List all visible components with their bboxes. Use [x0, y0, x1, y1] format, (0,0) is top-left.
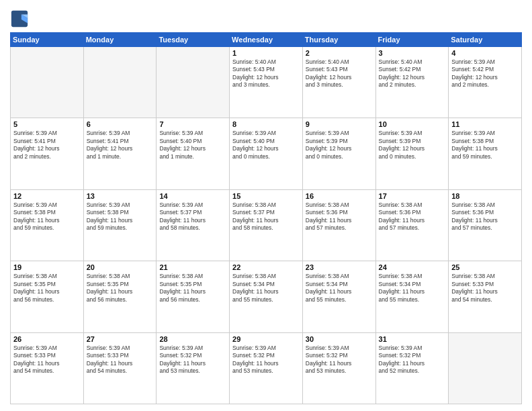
cell-info: Sunrise: 5:39 AMSunset: 5:42 PMDaylight:… — [451, 58, 519, 89]
cell-info: Sunrise: 5:39 AMSunset: 5:38 PMDaylight:… — [451, 130, 519, 161]
calendar-cell — [449, 332, 522, 404]
day-header-saturday: Saturday — [449, 33, 522, 47]
calendar-cell: 9Sunrise: 5:39 AMSunset: 5:39 PMDaylight… — [302, 118, 375, 189]
calendar-cell: 31Sunrise: 5:39 AMSunset: 5:32 PMDayligh… — [375, 332, 449, 404]
day-number: 17 — [379, 192, 446, 200]
day-number: 30 — [306, 335, 373, 343]
calendar-cell: 7Sunrise: 5:39 AMSunset: 5:40 PMDaylight… — [157, 118, 230, 189]
calendar-week-5: 26Sunrise: 5:39 AMSunset: 5:33 PMDayligh… — [11, 332, 522, 404]
calendar-cell: 20Sunrise: 5:38 AMSunset: 5:35 PMDayligh… — [83, 261, 157, 332]
day-number: 29 — [232, 335, 300, 343]
calendar-cell: 14Sunrise: 5:39 AMSunset: 5:37 PMDayligh… — [157, 189, 230, 261]
cell-info: Sunrise: 5:39 AMSunset: 5:38 PMDaylight:… — [13, 201, 81, 232]
day-header-thursday: Thursday — [302, 33, 375, 47]
cell-info: Sunrise: 5:38 AMSunset: 5:35 PMDaylight:… — [87, 273, 154, 304]
calendar-cell: 6Sunrise: 5:39 AMSunset: 5:41 PMDaylight… — [83, 118, 157, 189]
cell-info: Sunrise: 5:39 AMSunset: 5:39 PMDaylight:… — [306, 130, 373, 161]
calendar-cell: 16Sunrise: 5:38 AMSunset: 5:36 PMDayligh… — [302, 189, 375, 261]
day-number: 16 — [306, 192, 373, 200]
day-number: 5 — [13, 120, 81, 128]
cell-info: Sunrise: 5:38 AMSunset: 5:33 PMDaylight:… — [451, 273, 519, 304]
day-header-monday: Monday — [83, 33, 157, 47]
cell-info: Sunrise: 5:39 AMSunset: 5:41 PMDaylight:… — [13, 130, 81, 161]
cell-info: Sunrise: 5:39 AMSunset: 5:37 PMDaylight:… — [159, 201, 226, 232]
calendar-cell: 26Sunrise: 5:39 AMSunset: 5:33 PMDayligh… — [11, 332, 84, 404]
day-number: 23 — [306, 263, 373, 271]
cell-info: Sunrise: 5:40 AMSunset: 5:42 PMDaylight:… — [379, 58, 446, 89]
day-number: 6 — [87, 120, 154, 128]
logo-icon — [10, 9, 29, 28]
day-number: 2 — [306, 49, 373, 57]
calendar-cell: 27Sunrise: 5:39 AMSunset: 5:33 PMDayligh… — [83, 332, 157, 404]
cell-info: Sunrise: 5:39 AMSunset: 5:40 PMDaylight:… — [159, 130, 226, 161]
calendar-cell: 19Sunrise: 5:38 AMSunset: 5:35 PMDayligh… — [11, 261, 84, 332]
cell-info: Sunrise: 5:39 AMSunset: 5:38 PMDaylight:… — [87, 201, 154, 232]
calendar-week-3: 12Sunrise: 5:39 AMSunset: 5:38 PMDayligh… — [11, 189, 522, 261]
day-number: 15 — [232, 192, 300, 200]
calendar: SundayMondayTuesdayWednesdayThursdayFrid… — [10, 32, 522, 404]
calendar-week-2: 5Sunrise: 5:39 AMSunset: 5:41 PMDaylight… — [11, 118, 522, 189]
day-number: 26 — [13, 335, 81, 343]
day-number: 25 — [451, 263, 519, 271]
cell-info: Sunrise: 5:39 AMSunset: 5:39 PMDaylight:… — [379, 130, 446, 161]
calendar-cell: 17Sunrise: 5:38 AMSunset: 5:36 PMDayligh… — [375, 189, 449, 261]
day-number: 18 — [451, 192, 519, 200]
cell-info: Sunrise: 5:38 AMSunset: 5:35 PMDaylight:… — [159, 273, 226, 304]
day-number: 21 — [159, 263, 226, 271]
day-number: 8 — [232, 120, 300, 128]
calendar-week-4: 19Sunrise: 5:38 AMSunset: 5:35 PMDayligh… — [11, 261, 522, 332]
calendar-cell: 18Sunrise: 5:38 AMSunset: 5:36 PMDayligh… — [449, 189, 522, 261]
logo — [10, 9, 32, 28]
day-number: 31 — [379, 335, 446, 343]
day-number: 10 — [379, 120, 446, 128]
calendar-cell: 28Sunrise: 5:39 AMSunset: 5:32 PMDayligh… — [157, 332, 230, 404]
day-number: 27 — [87, 335, 154, 343]
cell-info: Sunrise: 5:40 AMSunset: 5:43 PMDaylight:… — [232, 58, 300, 89]
day-number: 19 — [13, 263, 81, 271]
day-number: 9 — [306, 120, 373, 128]
cell-info: Sunrise: 5:39 AMSunset: 5:32 PMDaylight:… — [159, 345, 226, 375]
cell-info: Sunrise: 5:38 AMSunset: 5:34 PMDaylight:… — [379, 273, 446, 304]
calendar-cell: 30Sunrise: 5:39 AMSunset: 5:32 PMDayligh… — [302, 332, 375, 404]
cell-info: Sunrise: 5:39 AMSunset: 5:32 PMDaylight:… — [379, 345, 446, 375]
day-number: 3 — [379, 49, 446, 57]
calendar-cell: 10Sunrise: 5:39 AMSunset: 5:39 PMDayligh… — [375, 118, 449, 189]
day-number: 14 — [159, 192, 226, 200]
calendar-cell: 5Sunrise: 5:39 AMSunset: 5:41 PMDaylight… — [11, 118, 84, 189]
day-number: 20 — [87, 263, 154, 271]
calendar-cell: 13Sunrise: 5:39 AMSunset: 5:38 PMDayligh… — [83, 189, 157, 261]
cell-info: Sunrise: 5:39 AMSunset: 5:32 PMDaylight:… — [232, 345, 300, 375]
cell-info: Sunrise: 5:38 AMSunset: 5:36 PMDaylight:… — [306, 201, 373, 232]
day-header-tuesday: Tuesday — [157, 33, 230, 47]
cell-info: Sunrise: 5:38 AMSunset: 5:34 PMDaylight:… — [306, 273, 373, 304]
day-number: 11 — [451, 120, 519, 128]
calendar-cell: 12Sunrise: 5:39 AMSunset: 5:38 PMDayligh… — [11, 189, 84, 261]
day-number: 24 — [379, 263, 446, 271]
day-number: 28 — [159, 335, 226, 343]
cell-info: Sunrise: 5:38 AMSunset: 5:34 PMDaylight:… — [232, 273, 300, 304]
day-number: 22 — [232, 263, 300, 271]
calendar-cell: 8Sunrise: 5:39 AMSunset: 5:40 PMDaylight… — [230, 118, 303, 189]
calendar-cell — [157, 47, 230, 118]
day-number: 12 — [13, 192, 81, 200]
calendar-cell — [11, 47, 84, 118]
cell-info: Sunrise: 5:40 AMSunset: 5:43 PMDaylight:… — [306, 58, 373, 89]
day-number: 1 — [232, 49, 300, 57]
calendar-cell: 22Sunrise: 5:38 AMSunset: 5:34 PMDayligh… — [230, 261, 303, 332]
calendar-cell: 21Sunrise: 5:38 AMSunset: 5:35 PMDayligh… — [157, 261, 230, 332]
cell-info: Sunrise: 5:39 AMSunset: 5:32 PMDaylight:… — [306, 345, 373, 375]
calendar-cell: 4Sunrise: 5:39 AMSunset: 5:42 PMDaylight… — [449, 47, 522, 118]
calendar-cell: 11Sunrise: 5:39 AMSunset: 5:38 PMDayligh… — [449, 118, 522, 189]
cell-info: Sunrise: 5:38 AMSunset: 5:36 PMDaylight:… — [451, 201, 519, 232]
calendar-cell: 24Sunrise: 5:38 AMSunset: 5:34 PMDayligh… — [375, 261, 449, 332]
cell-info: Sunrise: 5:39 AMSunset: 5:33 PMDaylight:… — [13, 345, 81, 375]
calendar-cell: 23Sunrise: 5:38 AMSunset: 5:34 PMDayligh… — [302, 261, 375, 332]
cell-info: Sunrise: 5:39 AMSunset: 5:40 PMDaylight:… — [232, 130, 300, 161]
page: SundayMondayTuesdayWednesdayThursdayFrid… — [0, 0, 532, 411]
calendar-cell — [83, 47, 157, 118]
calendar-cell: 25Sunrise: 5:38 AMSunset: 5:33 PMDayligh… — [449, 261, 522, 332]
calendar-cell: 1Sunrise: 5:40 AMSunset: 5:43 PMDaylight… — [230, 47, 303, 118]
calendar-header-row: SundayMondayTuesdayWednesdayThursdayFrid… — [11, 33, 522, 47]
day-number: 13 — [87, 192, 154, 200]
calendar-week-1: 1Sunrise: 5:40 AMSunset: 5:43 PMDaylight… — [11, 47, 522, 118]
